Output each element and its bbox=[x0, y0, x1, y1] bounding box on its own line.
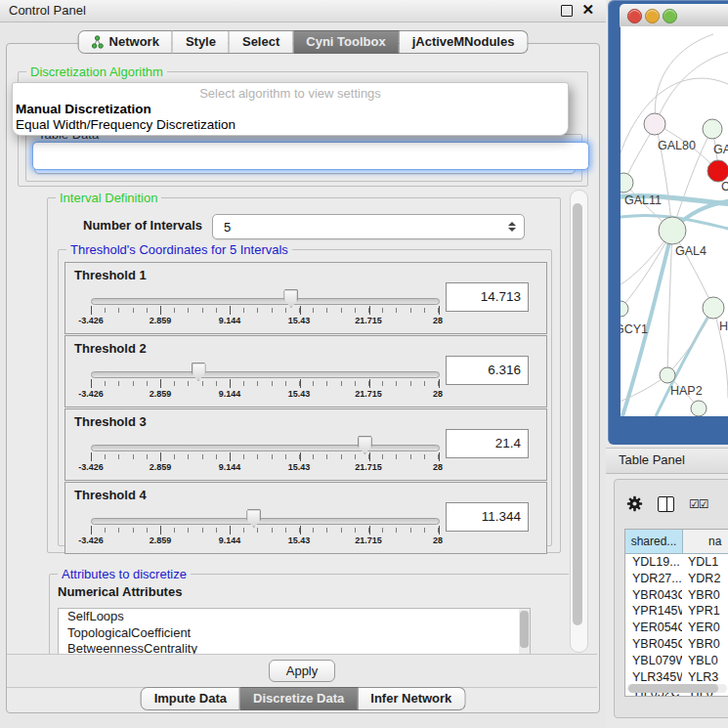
control-panel-titlebar: Control Panel ✕ bbox=[0, 0, 606, 22]
interval-definition-group: Interval Definition Number of Intervals … bbox=[47, 197, 561, 553]
network-edge[interactable] bbox=[656, 52, 728, 124]
tab-network[interactable]: Network bbox=[78, 30, 173, 54]
tab-cyni-toolbox[interactable]: Cyni Toolbox bbox=[293, 30, 399, 54]
network-node[interactable] bbox=[621, 301, 628, 317]
thresholds-group: Threshold's Coordinates for 5 Intervals … bbox=[58, 249, 552, 546]
slider-thumb[interactable] bbox=[192, 363, 206, 381]
table-row[interactable]: YDR27...YDR2 bbox=[625, 571, 728, 587]
network-edge[interactable] bbox=[655, 34, 713, 124]
threshold-value-field[interactable]: 14.713 bbox=[446, 282, 529, 312]
top-tab-bar: Network Style Select Cyni Toolbox jActiv… bbox=[78, 30, 529, 54]
attribute-item[interactable]: TopologicalCoefficient bbox=[59, 625, 530, 642]
tab-label: Infer Network bbox=[370, 688, 451, 709]
threshold-label: Threshold 2 bbox=[74, 341, 147, 356]
network-view-window: GAL80GACGAL11GAL4GCY1HHAP2 bbox=[608, 0, 728, 445]
close-traffic-light-icon[interactable] bbox=[627, 9, 642, 23]
zoom-traffic-light-icon[interactable] bbox=[663, 9, 677, 23]
network-node-label: C bbox=[721, 180, 728, 193]
slider-track[interactable] bbox=[91, 445, 440, 451]
threshold-label: Threshold 1 bbox=[74, 268, 147, 282]
group-title: Attributes to discretize bbox=[58, 567, 191, 581]
network-node[interactable] bbox=[659, 217, 686, 244]
numerical-attributes-list[interactable]: SelfLoops TopologicalCoefficient Between… bbox=[58, 608, 531, 654]
network-node-label: H bbox=[719, 320, 728, 333]
settings-vertical-scrollbar[interactable] bbox=[570, 190, 588, 653]
network-window-titlebar[interactable] bbox=[620, 4, 728, 27]
network-node[interactable] bbox=[660, 367, 675, 383]
network-node-label: GAL80 bbox=[658, 139, 696, 152]
column-header-shared-name[interactable]: shared... bbox=[625, 530, 683, 553]
table-panel-title: Table Panel bbox=[619, 452, 685, 467]
table-header-row: shared... na bbox=[625, 530, 728, 554]
tab-infer-network[interactable]: Infer Network bbox=[358, 687, 465, 710]
slider-ticks bbox=[91, 381, 439, 386]
tab-select[interactable]: Select bbox=[230, 30, 293, 54]
algorithm-dropdown-popup: Select algorithm to view settings Manual… bbox=[12, 82, 569, 136]
group-title: Discretization Algorithm bbox=[26, 64, 167, 79]
attributes-group: Attributes to discretize Numerical Attri… bbox=[49, 574, 569, 654]
network-node[interactable] bbox=[703, 297, 724, 319]
table-row[interactable]: YLR345WYLR3 bbox=[625, 669, 728, 686]
cyni-toolbox-panel: Discretization Algorithm Table Data galF… bbox=[6, 43, 600, 713]
apply-button[interactable]: Apply bbox=[269, 660, 335, 682]
attribute-item[interactable]: SelfLoops bbox=[59, 609, 530, 625]
close-icon[interactable]: ✕ bbox=[581, 1, 594, 19]
tab-label: Select bbox=[242, 31, 279, 53]
number-of-intervals-value: 5 bbox=[224, 220, 231, 235]
slider-thumb[interactable] bbox=[246, 509, 261, 528]
threshold-panel: Threshold 1 -3.4262.8599.14415.4321.7152… bbox=[64, 262, 547, 334]
table-horizontal-scrollbar[interactable] bbox=[627, 684, 727, 693]
screen: Control Panel ✕ Network Style Select Cyn… bbox=[0, 0, 728, 728]
algorithm-combobox[interactable] bbox=[32, 142, 589, 170]
table-row[interactable]: YBL079WYBL0 bbox=[625, 653, 728, 669]
network-node[interactable] bbox=[644, 113, 665, 135]
attribute-item[interactable]: BetweennessCentrality bbox=[59, 641, 530, 654]
table-panel-body: ☑☑ shared... na YDL19...YDL1 YDR27...YDR… bbox=[614, 479, 728, 718]
float-window-icon[interactable] bbox=[561, 5, 573, 17]
threshold-value-field[interactable]: 21.4 bbox=[446, 429, 529, 458]
columns-icon[interactable] bbox=[658, 496, 674, 512]
dropdown-item-equal-width-frequency[interactable]: Equal Width/Frequency Discretization bbox=[16, 117, 236, 132]
tab-discretize-data[interactable]: Discretize Data bbox=[240, 687, 358, 710]
network-node[interactable] bbox=[691, 401, 707, 416]
group-title: Interval Definition bbox=[56, 191, 161, 205]
slider-scale: -3.4262.8599.14415.4321.71528 bbox=[91, 389, 438, 401]
network-node[interactable] bbox=[703, 119, 722, 139]
network-node-label: GA bbox=[713, 143, 728, 156]
network-node[interactable] bbox=[621, 173, 633, 193]
table-row[interactable]: YPR145WYPR1 bbox=[625, 603, 728, 620]
select-columns-icon[interactable]: ☑☑ bbox=[689, 497, 708, 511]
attributes-scrollbar[interactable] bbox=[519, 609, 530, 654]
network-node-label: HAP2 bbox=[670, 384, 703, 398]
group-title: Threshold's Coordinates for 5 Intervals bbox=[66, 242, 292, 257]
table-row[interactable]: YER054CYER0 bbox=[625, 620, 728, 636]
minimize-traffic-light-icon[interactable] bbox=[645, 9, 660, 23]
network-node[interactable] bbox=[707, 160, 728, 182]
gear-icon[interactable] bbox=[626, 495, 643, 512]
slider-track[interactable] bbox=[91, 518, 440, 525]
settings-scroll-region: Interval Definition Number of Intervals … bbox=[14, 189, 569, 654]
tab-impute-data[interactable]: Impute Data bbox=[141, 687, 240, 710]
network-canvas[interactable]: GAL80GACGAL11GAL4GCY1HHAP2 bbox=[621, 26, 728, 416]
threshold-value-field[interactable]: 6.316 bbox=[446, 356, 529, 385]
slider-scale: -3.4262.8599.14415.4321.71528 bbox=[91, 535, 438, 547]
slider-thumb[interactable] bbox=[283, 289, 298, 308]
dropdown-hint-item[interactable]: Select algorithm to view settings bbox=[13, 86, 568, 101]
tab-label: Network bbox=[109, 31, 159, 53]
apply-bar: Apply bbox=[7, 654, 597, 688]
slider-track[interactable] bbox=[91, 371, 440, 378]
column-header-name[interactable]: na bbox=[683, 530, 728, 553]
table-row[interactable]: YBR045CYBR0 bbox=[625, 636, 728, 653]
tab-label: jActiveMNodules bbox=[412, 31, 515, 53]
tab-style[interactable]: Style bbox=[173, 30, 230, 54]
table-row[interactable]: YDL19...YDL1 bbox=[625, 554, 728, 571]
dropdown-item-manual-discretization[interactable]: Manual Discretization bbox=[16, 102, 151, 116]
number-of-intervals-combobox[interactable]: 5 bbox=[212, 214, 525, 239]
network-icon bbox=[92, 35, 105, 49]
slider-track[interactable] bbox=[91, 298, 440, 305]
threshold-value-field[interactable]: 11.344 bbox=[446, 502, 529, 532]
slider-scale: -3.4262.8599.14415.4321.71528 bbox=[91, 316, 438, 327]
tab-jactivemnodules[interactable]: jActiveMNodules bbox=[400, 30, 529, 54]
table-row[interactable]: YBR043CYBR0 bbox=[625, 587, 728, 604]
tab-label: Style bbox=[186, 31, 216, 53]
